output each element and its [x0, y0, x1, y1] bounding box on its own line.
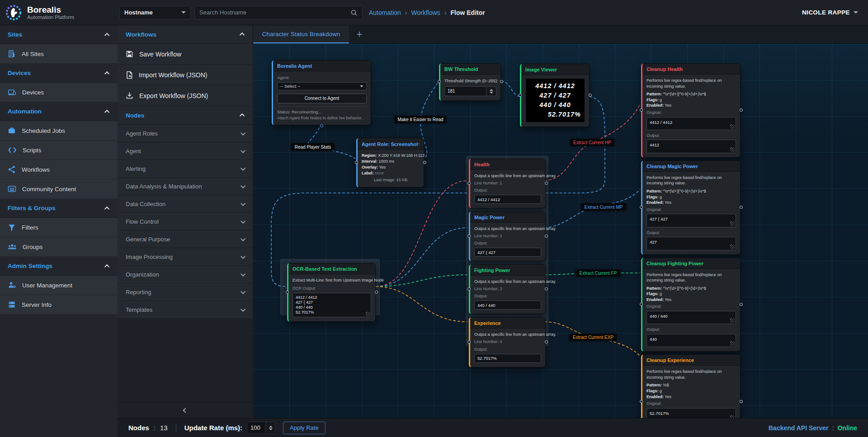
update-rate-input[interactable]: 100	[247, 422, 276, 434]
edge-ocr-to-experience[interactable]	[376, 287, 467, 322]
original-textarea[interactable]: 52.7017%	[646, 408, 736, 418]
original-textarea[interactable]: 4412 / 4412	[646, 117, 736, 130]
node-line-extract[interactable]: Fighting Power Output a specific line fr…	[469, 264, 546, 314]
node-borealis-agent[interactable]: Borealis Agent Agent: -- Select -- Conne…	[272, 60, 371, 125]
node-category[interactable]: Organization	[118, 266, 253, 283]
line-output-field[interactable]	[474, 195, 541, 204]
section-automation[interactable]: Automation	[0, 102, 118, 121]
node-line-extract[interactable]: Magic Power Output a specific line from …	[469, 211, 546, 261]
output-textarea[interactable]: 440	[646, 334, 736, 347]
edge-label-read-player-stats[interactable]: Read Player Stats	[292, 143, 335, 150]
node-category[interactable]: Alerting	[118, 160, 253, 178]
threshold-input[interactable]: 181	[444, 86, 496, 96]
node-agent-role-screenshot[interactable]: Agent Role: Screenshot Region: X:200 Y:4…	[356, 138, 424, 188]
input-handle[interactable]	[467, 182, 471, 185]
tab-character-status-breakdown[interactable]: Character Status Breakdown	[253, 25, 349, 43]
node-category[interactable]: Agent Roles	[118, 125, 253, 142]
node-regex-cleanup[interactable]: Cleanup Magic Power Performs live regex-…	[641, 160, 741, 255]
hostname-select[interactable]: Hostname	[119, 6, 191, 19]
node-category[interactable]: Agent	[118, 142, 253, 160]
sidebar-item-user-management[interactable]: User Management	[0, 276, 118, 295]
ocr-output-textarea[interactable]: 4412 / 4412 427 { 427 440 / 440 52.7017%	[292, 293, 371, 317]
flow-canvas[interactable]: Borealis Agent Agent: -- Select -- Conne…	[253, 44, 868, 418]
edge-label-extract-current-hp[interactable]: Extract Current HP	[570, 139, 614, 146]
breadcrumb-workflows[interactable]: Workflows	[411, 9, 440, 16]
edge-label-extract-current-mp[interactable]: Extract Current MP	[581, 203, 626, 211]
node-bw-threshold[interactable]: BW Threshold Threshold Strength (0–255):…	[439, 63, 501, 101]
user-menu[interactable]: NICOLE RAPPE	[802, 9, 858, 16]
node-line-extract[interactable]: Experience Output a specific line from a…	[469, 317, 546, 367]
node-regex-cleanup[interactable]: Cleanup Fighting Power Performs live reg…	[641, 258, 741, 352]
output-handle[interactable]	[740, 303, 743, 306]
collapse-panel-button[interactable]	[118, 402, 253, 418]
node-line-extract[interactable]: Health Output a specific line from an up…	[469, 159, 546, 208]
line-output-field[interactable]	[474, 301, 541, 310]
output-textarea[interactable]: 427	[646, 237, 736, 250]
search-icon[interactable]	[350, 9, 358, 16]
section-sites[interactable]: Sites	[0, 25, 118, 44]
resize-handle[interactable]	[730, 244, 735, 249]
node-category[interactable]: Data Analysis & Manipulation	[118, 178, 253, 195]
node-regex-cleanup[interactable]: Cleanup Experience Performs live regex-b…	[641, 354, 741, 418]
edge-label-make-easier-to-read[interactable]: Make it Easier to Read	[394, 116, 446, 123]
node-image-viewer[interactable]: Image Viewer 4412 / 4412 427 / 427 440 /…	[520, 64, 590, 127]
sidebar-item-filters[interactable]: Filters	[0, 218, 118, 237]
export-workflow-button[interactable]: Export Workflow (JSON)	[118, 85, 253, 106]
original-textarea[interactable]: 440 / 440	[646, 311, 736, 324]
share-icon[interactable]	[418, 141, 420, 147]
sidebar-item-scripts[interactable]: Scripts	[0, 141, 118, 160]
number-stepper[interactable]	[486, 87, 496, 96]
input-handle[interactable]	[640, 303, 643, 306]
output-handle[interactable]	[375, 291, 378, 294]
connect-to-agent-button[interactable]: Connect to Agent	[277, 94, 367, 103]
node-category[interactable]: Reporting	[118, 283, 253, 301]
sidebar-item-all-sites[interactable]: All Sites	[0, 44, 118, 64]
sidebar-item-server-info[interactable]: Server Info	[0, 295, 118, 315]
input-handle[interactable]	[286, 291, 289, 294]
section-admin-settings[interactable]: Admin Settings	[0, 257, 118, 276]
node-category[interactable]: General Purpose	[118, 230, 253, 248]
resize-handle[interactable]	[730, 221, 735, 226]
breadcrumb-automation[interactable]: Automation	[369, 9, 401, 16]
line-output-field[interactable]	[474, 248, 541, 257]
output-textarea[interactable]: 4412	[646, 140, 736, 153]
sidebar-item-devices[interactable]: Devices	[0, 83, 118, 102]
node-ocr-text-extraction[interactable]: OCR-Based Text Extraction Extract Multi-…	[287, 263, 376, 322]
edge-ocr-to-health[interactable]	[376, 181, 467, 287]
line-output-field[interactable]	[474, 354, 541, 363]
resize-handle[interactable]	[730, 341, 735, 346]
input-handle[interactable]	[519, 94, 522, 97]
save-workflow-button[interactable]: Save Workflow	[118, 44, 253, 65]
output-handle[interactable]	[545, 182, 548, 185]
search-input[interactable]	[199, 9, 350, 16]
resize-handle[interactable]	[366, 312, 370, 316]
sidebar-item-community-content[interactable]: Community Content	[0, 179, 118, 199]
number-stepper[interactable]	[265, 422, 275, 433]
node-category[interactable]: Templates	[118, 301, 253, 319]
edge-label-extract-current-fp[interactable]: Extract Current FP	[576, 269, 620, 277]
agent-select[interactable]: -- Select --	[277, 82, 367, 90]
node-regex-cleanup[interactable]: Cleanup Health Performs live regex-based…	[641, 63, 741, 158]
sidebar-item-workflows[interactable]: Workflows	[0, 160, 118, 179]
output-handle[interactable]	[589, 94, 592, 97]
resize-handle[interactable]	[730, 124, 735, 129]
output-handle[interactable]	[740, 400, 743, 403]
resize-handle[interactable]	[730, 318, 735, 323]
sidebar-item-scheduled-jobs[interactable]: Scheduled Jobs	[0, 121, 118, 141]
sidebar-item-groups[interactable]: Groups	[0, 237, 118, 257]
node-category[interactable]: Flow Control	[118, 213, 253, 230]
hostname-search[interactable]	[194, 6, 363, 19]
apply-rate-button[interactable]: Apply Rate	[283, 422, 326, 434]
node-category[interactable]: Data Collection	[118, 195, 253, 213]
node-category[interactable]: Image Processing	[118, 248, 253, 266]
input-handle[interactable]	[640, 400, 643, 403]
import-workflow-button[interactable]: Import Workflow (JSON)	[118, 65, 253, 85]
nodes-panel-header[interactable]: Nodes	[118, 106, 253, 125]
original-textarea[interactable]: 427 { 427	[646, 214, 736, 227]
section-filters-groups[interactable]: Filters & Groups	[0, 199, 118, 218]
workflows-panel-header[interactable]: Workflows	[118, 25, 253, 44]
add-tab-button[interactable]: +	[349, 25, 370, 43]
edge-label-extract-current-exp[interactable]: Extract Current EXP	[570, 334, 617, 341]
resize-handle[interactable]	[730, 147, 735, 152]
section-devices[interactable]: Devices	[0, 64, 118, 83]
